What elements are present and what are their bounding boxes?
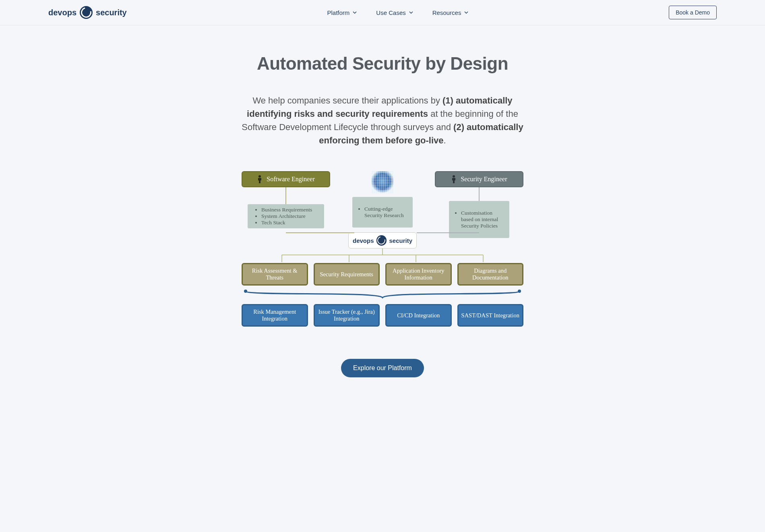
diagram-outputs: Risk Assessment & Threats Security Requi… (242, 263, 523, 286)
book-demo-button[interactable]: Book a Demo (669, 6, 717, 19)
diagram-integrations: Risk Management Integration Issue Tracke… (242, 304, 523, 327)
hero-section: Automated Security by Design We help com… (185, 25, 580, 442)
nav-label: Use Cases (376, 9, 405, 16)
integration-issue-tracker: Issue Tracker (e.g., Jira) Integration (314, 304, 380, 327)
integration-risk-mgmt: Risk Management Integration (242, 304, 308, 327)
role-col-software-engineer: Software Engineer Business Requirements … (242, 171, 330, 228)
nav-platform[interactable]: Platform (327, 9, 357, 16)
input-item: Customisation based on internal Security… (461, 210, 504, 229)
input-item: Tech Stack (261, 219, 319, 226)
svg-point-1 (453, 175, 455, 178)
brand-logo-icon (376, 235, 387, 246)
role-software-engineer: Software Engineer (242, 171, 330, 187)
architecture-diagram: Software Engineer Business Requirements … (242, 171, 523, 327)
role-security-engineer: Security Engineer (435, 171, 523, 187)
output-security-requirements: Security Requirements (314, 263, 380, 286)
output-risk-assessment: Risk Assessment & Threats (242, 263, 308, 286)
connector-line (479, 187, 480, 201)
nav-resources[interactable]: Resources (432, 9, 469, 16)
role-col-security-engineer: Security Engineer Customisation based on… (435, 171, 523, 238)
hub-right: security (389, 237, 412, 244)
hub-left: devops (353, 237, 374, 244)
explore-platform-button[interactable]: Explore our Platform (341, 359, 424, 377)
connector-tree (258, 248, 507, 263)
diagram-tier-roles: Software Engineer Business Requirements … (242, 171, 523, 248)
output-diagrams-docs: Diagrams and Documentation (457, 263, 524, 286)
input-item: Cutting-edge Security Research (364, 206, 408, 219)
input-box-software-engineer: Business Requirements System Architectur… (248, 204, 324, 228)
svg-point-2 (244, 290, 247, 293)
role-col-research: Cutting-edge Security Research devops se… (330, 171, 435, 248)
chevron-down-icon (464, 10, 468, 14)
brand-name-right: security (96, 8, 127, 17)
nav-label: Resources (432, 9, 461, 16)
input-item: Business Requirements (261, 207, 319, 213)
role-label: Security Engineer (461, 176, 507, 183)
svg-point-3 (518, 290, 521, 293)
integration-cicd: CI/CD Integration (385, 304, 452, 327)
output-app-inventory: Application Inventory Information (385, 263, 452, 286)
brand-logo[interactable]: devops security (48, 6, 127, 19)
gem-icon (371, 171, 394, 194)
nav-label: Platform (327, 9, 350, 16)
hero-text-lead: We help companies secure their applicati… (252, 95, 442, 106)
cta-section: Explore our Platform (193, 359, 572, 377)
brand-logo-icon (80, 6, 93, 19)
connector-line (285, 187, 286, 204)
input-box-research: Cutting-edge Security Research (352, 197, 413, 228)
person-icon (451, 175, 457, 184)
svg-point-0 (258, 175, 261, 178)
hero-text-end: . (444, 135, 446, 145)
chevron-down-icon (353, 10, 357, 14)
hero-description: We help companies secure their applicati… (242, 94, 523, 147)
connector-line (286, 232, 354, 233)
connector-line (417, 232, 479, 233)
primary-nav: Platform Use Cases Resources (327, 9, 469, 16)
brace-icon (242, 288, 523, 300)
nav-use-cases[interactable]: Use Cases (376, 9, 413, 16)
role-label: Software Engineer (267, 176, 315, 183)
hub-box: devops security (348, 232, 417, 248)
page-title: Automated Security by Design (193, 54, 572, 74)
input-item: System Architecture (261, 213, 319, 219)
brand-name-left: devops (48, 8, 76, 17)
site-header: devops security Platform Use Cases Resou… (0, 0, 765, 25)
person-icon (257, 175, 263, 184)
chevron-down-icon (409, 10, 413, 14)
integration-sast-dast: SAST/DAST Integration (457, 304, 524, 327)
